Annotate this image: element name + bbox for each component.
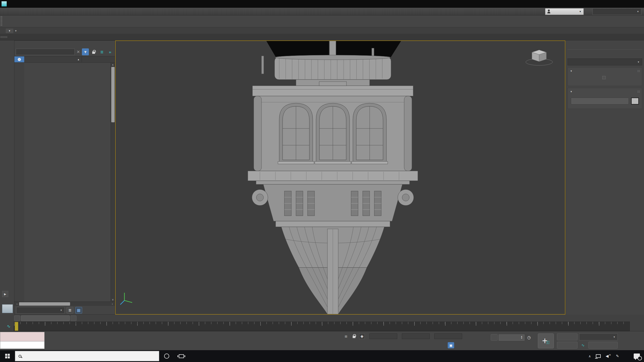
autogrid-checkbox[interactable]: [602, 76, 606, 79]
cortana-icon: [164, 354, 169, 359]
next-frame-button[interactable]: [71, 315, 77, 321]
absolute-mode-icon[interactable]: ◈: [359, 333, 365, 339]
horizontal-scrollbar[interactable]: ‹ ›: [14, 301, 115, 306]
scroll-down-icon[interactable]: ∨: [112, 297, 114, 301]
vertical-scrollbar[interactable]: ∧ ∨: [111, 63, 115, 301]
chevron-down-icon: ▼: [579, 10, 581, 13]
set-keys-button[interactable]: +⚿: [538, 333, 554, 348]
current-frame-display[interactable]: [21, 315, 70, 321]
frozen-column-header[interactable]: [82, 56, 111, 62]
ribbon-display-dropdown[interactable]: ▼: [6, 29, 13, 33]
grid-view-button[interactable]: ▦: [75, 307, 82, 314]
spinner-icon[interactable]: ▲▼: [521, 336, 523, 339]
scene-search-input[interactable]: [16, 49, 75, 55]
notification-badge: [638, 356, 642, 360]
time-configuration-icon[interactable]: ◷: [526, 334, 532, 341]
close-button[interactable]: [632, 0, 644, 8]
key-target-dropdown[interactable]: ▼: [579, 333, 618, 340]
default-tangent-icon[interactable]: ∿: [579, 342, 587, 349]
scroll-left-icon[interactable]: ‹: [15, 302, 19, 305]
chevron-down-icon: ▼: [60, 309, 62, 312]
collapse-icon: ▼: [570, 90, 572, 93]
y-coordinate-field[interactable]: [402, 333, 430, 339]
layer-stack-button[interactable]: ≣: [66, 307, 73, 314]
selection-set-dropdown[interactable]: ▼: [16, 307, 65, 314]
3ds-max-window: ▼ ▼ ▼ ▼ ▶ ✕ ▼: [0, 0, 644, 362]
sort-ascending-icon: ▲: [77, 58, 80, 61]
type-column-header[interactable]: [14, 56, 24, 62]
key-mode-toggle[interactable]: [491, 334, 498, 341]
mini-curve-editor-button[interactable]: ∿: [4, 322, 14, 331]
current-frame-field[interactable]: ▲▼: [499, 334, 524, 341]
maxscript-output-area[interactable]: [0, 332, 45, 341]
x-coordinate-field[interactable]: [369, 333, 397, 339]
cortana-button[interactable]: [159, 350, 174, 362]
perspective-viewport[interactable]: [115, 40, 565, 315]
drag-handle-icon: ∷: [638, 69, 640, 73]
ship-model-render[interactable]: [116, 41, 565, 314]
scroll-up-icon[interactable]: ∧: [112, 63, 114, 67]
windows-taskbar: ∧ ◀✕ ✎: [0, 350, 644, 362]
scrollbar-thumb[interactable]: [111, 67, 115, 122]
volume-muted-icon[interactable]: ◀✕: [606, 354, 611, 358]
status-bar: ⧈ ◈ ▣ ▲▼ ◷ +⚿: [0, 331, 644, 350]
sign-in-button[interactable]: ▼: [545, 8, 584, 15]
name-color-rollout-header[interactable]: ▼ ∷: [568, 88, 642, 95]
chevron-down-icon: ▼: [15, 30, 17, 32]
scene-explorer-panel: ✕ ▼ ≣ ⫢ ▲ ∧: [14, 40, 115, 315]
expand-panel-button[interactable]: ▶: [2, 291, 8, 297]
taskbar-search[interactable]: [15, 351, 159, 361]
windows-logo-icon: [5, 354, 10, 358]
key-filters-button[interactable]: [588, 342, 618, 349]
object-type-rollout: ▼ ∷: [567, 67, 642, 86]
collapse-icon: ▼: [570, 70, 572, 72]
scroll-right-icon[interactable]: ›: [110, 302, 114, 305]
task-view-icon: [179, 354, 184, 358]
pen-icon[interactable]: ✎: [616, 354, 619, 358]
scene-list-header: ▲: [14, 56, 115, 63]
minimized-panel-swatch[interactable]: [2, 304, 13, 313]
workspaces-dropdown[interactable]: ▼: [592, 8, 641, 15]
network-icon[interactable]: [596, 354, 601, 358]
object-color-swatch[interactable]: [631, 98, 639, 105]
object-name-field[interactable]: [571, 98, 629, 105]
command-panel: ▼ ▼ ∷ ▼: [565, 40, 644, 315]
search-icon: [19, 355, 21, 358]
clear-search-icon[interactable]: ✕: [76, 49, 81, 54]
hierarchy-view-button[interactable]: ≣: [98, 48, 105, 55]
drag-handle-icon: ∷: [638, 90, 640, 93]
lock-icon: [92, 51, 95, 54]
z-coordinate-field[interactable]: [434, 333, 462, 339]
app-logo-icon: [2, 1, 7, 6]
filter-selection-button[interactable]: ▼: [82, 48, 89, 55]
main-toolbar: [0, 15, 644, 27]
track-bar-ruler[interactable]: [14, 322, 630, 331]
flat-view-button[interactable]: ⫢: [107, 48, 114, 55]
notification-center-icon[interactable]: [634, 354, 640, 359]
menu-bar: ▼ ▼: [0, 8, 644, 15]
maxscript-mini-listener[interactable]: [0, 341, 45, 349]
timeline: ∿: [0, 315, 644, 331]
toolbar-dock-handle[interactable]: [1, 16, 2, 27]
maximize-button[interactable]: [620, 0, 632, 8]
lock-explorer-button[interactable]: [90, 48, 97, 55]
time-tag-cube-icon[interactable]: ▣: [448, 342, 454, 348]
scrollbar-thumb[interactable]: [19, 302, 70, 306]
auto-key-button[interactable]: [557, 333, 578, 340]
primitive-category-dropdown[interactable]: ▼: [567, 58, 642, 65]
selection-lock-icon[interactable]: [351, 333, 357, 339]
isolate-selection-icon[interactable]: ⧈: [343, 333, 349, 339]
start-button[interactable]: [0, 350, 15, 362]
set-key-button[interactable]: [557, 342, 578, 349]
name-color-rollout: ▼ ∷: [567, 88, 642, 109]
tray-expand-icon[interactable]: ∧: [588, 354, 591, 358]
task-view-button[interactable]: [174, 350, 189, 362]
previous-frame-button[interactable]: [14, 315, 20, 321]
minimize-button[interactable]: [608, 0, 620, 8]
object-type-rollout-header[interactable]: ▼ ∷: [568, 67, 642, 74]
name-column-header[interactable]: ▲: [24, 58, 82, 61]
chevron-down-icon: ▼: [637, 61, 640, 63]
polygon-modeling-panel[interactable]: [1, 36, 7, 38]
time-slider[interactable]: [15, 322, 18, 331]
ribbon-panel-bar: [0, 34, 644, 40]
